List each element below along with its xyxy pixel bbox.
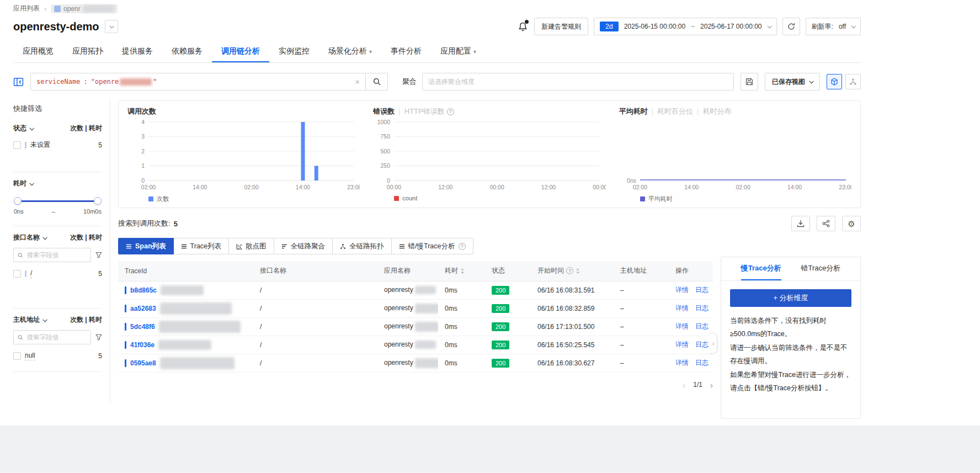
detail-link[interactable]: 详情 (675, 285, 689, 295)
breadcrumb-root-link[interactable]: 应用列表 (13, 4, 40, 13)
interface-cell: / (253, 299, 377, 317)
log-link[interactable]: 日志 (695, 304, 709, 313)
trace-query-input[interactable]: serviceName : "openre " × (30, 73, 366, 91)
info-icon[interactable]: ? (447, 108, 454, 115)
download-icon (797, 220, 805, 227)
saved-views-button[interactable]: 已保存视图 (765, 73, 820, 91)
filter-item-label[interactable]: null (25, 352, 35, 360)
filter-item-host-null: null 5 (13, 352, 102, 360)
clear-query-icon[interactable]: × (355, 77, 360, 86)
tab-full-chain-topology[interactable]: 全链路拓扑 (332, 238, 392, 254)
slider-handle-min[interactable] (14, 197, 22, 205)
refresh-button[interactable] (782, 18, 800, 35)
filter-funnel-icon[interactable] (95, 334, 102, 341)
tab-error-trace-analysis[interactable]: 错Trace分析 (801, 257, 840, 280)
share-button[interactable] (817, 216, 835, 231)
trace-analysis-panel: 慢Trace分析 错Trace分析 + 分析维度 当前筛选条件下，没有找到耗时≥… (721, 257, 861, 419)
checkbox[interactable] (13, 141, 21, 149)
info-icon[interactable]: ? (459, 243, 466, 250)
next-page-button[interactable]: › (710, 380, 713, 390)
interface-search-input[interactable] (26, 251, 87, 259)
time-range-picker[interactable]: 2d 2025-06-15 00:00:00 ~ 2025-06-17 00:0… (594, 18, 776, 35)
breadcrumb-current-app[interactable]: openr (51, 4, 118, 13)
topology-view-button[interactable] (845, 74, 861, 89)
svg-text:12:00: 12:00 (541, 184, 556, 190)
chart-title-option[interactable]: 耗时百分位 (650, 107, 693, 116)
filter-group-host[interactable]: 主机地址 (13, 315, 40, 325)
chart-title-option[interactable]: HTTP错误数 (397, 107, 444, 116)
table-row: aa52683 / openresty 0ms 200 06/16 16:08:… (118, 299, 713, 317)
tab-scenario-analysis[interactable]: 场景化分析▾ (319, 41, 381, 62)
filter-item-label[interactable]: 未设置 (30, 140, 50, 150)
tab-scatter-plot[interactable]: 散点图 (228, 238, 274, 254)
view-mode-toggle (827, 74, 861, 89)
trace-id-link[interactable]: 0595ae8 (130, 359, 156, 367)
chart-title-option[interactable]: 平均耗时 (619, 107, 648, 116)
log-link[interactable]: 日志 (695, 358, 709, 368)
trace-id-link[interactable]: 5dc48f6 (130, 323, 155, 331)
tab-app-overview[interactable]: 应用概览 (13, 41, 63, 62)
tab-app-topology[interactable]: 应用拓扑 (63, 41, 113, 62)
tab-event-analysis[interactable]: 事件分析 (381, 41, 431, 62)
checkbox[interactable] (13, 270, 21, 278)
duration-cell: 0ms (438, 281, 485, 299)
host-search-input[interactable] (26, 333, 87, 341)
chart-legend[interactable]: 平均耗时 (640, 195, 851, 203)
new-alert-rule-button[interactable]: 新建告警规则 (534, 18, 588, 35)
detail-link[interactable]: 详情 (675, 304, 689, 313)
aggregate-dimension-input[interactable] (422, 73, 734, 91)
save-view-button[interactable] (741, 73, 758, 91)
sort-icon[interactable] (576, 268, 580, 274)
log-link[interactable]: 日志 (695, 340, 709, 349)
tab-instance-monitoring[interactable]: 实例监控 (269, 41, 319, 62)
svg-text:0ns: 0ns (627, 177, 636, 184)
notification-bell-button[interactable] (516, 20, 529, 33)
tab-error-slow-trace-analysis[interactable]: 错/慢Trace分析 ? (391, 238, 473, 254)
col-interface: 接口名称 (253, 261, 377, 281)
detail-link[interactable]: 详情 (675, 358, 689, 368)
filter-group-status[interactable]: 状态 (13, 124, 26, 133)
add-analysis-dimension-button[interactable]: + 分析维度 (730, 289, 851, 307)
app-switcher-dropdown[interactable] (105, 20, 118, 33)
chart-legend[interactable]: 次数 (148, 195, 360, 203)
collapse-filter-panel-button[interactable] (13, 77, 24, 87)
slider-handle-max[interactable] (94, 197, 102, 205)
filter-group-duration[interactable]: 耗时 (13, 179, 26, 188)
trace-id-link[interactable]: b8d865c (130, 286, 157, 294)
trace-id-link[interactable]: 41f036e (130, 341, 155, 349)
tab-trace-analysis[interactable]: 调用链分析 (212, 41, 269, 62)
checkbox[interactable] (13, 352, 21, 360)
trace-id-link[interactable]: aa52683 (130, 305, 156, 312)
tab-trace-list[interactable]: Trace列表 (173, 238, 230, 254)
log-link[interactable]: 日志 (695, 322, 709, 331)
tab-full-chain-aggregation[interactable]: 全链路聚合 (274, 238, 333, 254)
filter-group-interface[interactable]: 接口名称 (13, 233, 40, 242)
filter-item-label[interactable]: / (30, 269, 32, 278)
tab-slow-trace-analysis[interactable]: 慢Trace分析 (741, 257, 781, 280)
sort-icon[interactable] (460, 268, 465, 274)
cube-view-button[interactable] (827, 74, 842, 89)
log-link[interactable]: 日志 (695, 285, 709, 295)
svg-text:23:00: 23:00 (347, 184, 360, 190)
tab-app-settings[interactable]: 应用配置▾ (431, 41, 486, 62)
prev-page-button[interactable]: ‹ (683, 380, 685, 390)
info-icon[interactable]: ? (566, 267, 573, 274)
tab-provided-services[interactable]: 提供服务 (113, 41, 162, 62)
detail-link[interactable]: 详情 (675, 340, 689, 349)
host-search-box (13, 330, 91, 344)
tab-dependent-services[interactable]: 依赖服务 (162, 41, 212, 62)
detail-link[interactable]: 详情 (675, 322, 689, 331)
filter-funnel-icon[interactable] (95, 252, 102, 258)
chart-title-option[interactable]: 耗时分布 (695, 107, 731, 116)
search-button[interactable] (366, 73, 388, 91)
settings-button[interactable]: ⚙ (842, 216, 861, 231)
download-button[interactable] (791, 216, 810, 231)
cube-icon (830, 78, 838, 86)
tab-span-list[interactable]: Span列表 (118, 238, 174, 254)
trace-marker (125, 359, 126, 367)
refresh-rate-select[interactable]: 刷新率: off (806, 18, 861, 35)
chart-legend[interactable]: count (394, 195, 605, 201)
chart-title-option[interactable]: 错误数 (373, 107, 395, 116)
panel-expand-handle[interactable]: › (710, 333, 717, 354)
result-summary-row: 搜索到调用次数: 5 ⚙ (118, 216, 861, 231)
